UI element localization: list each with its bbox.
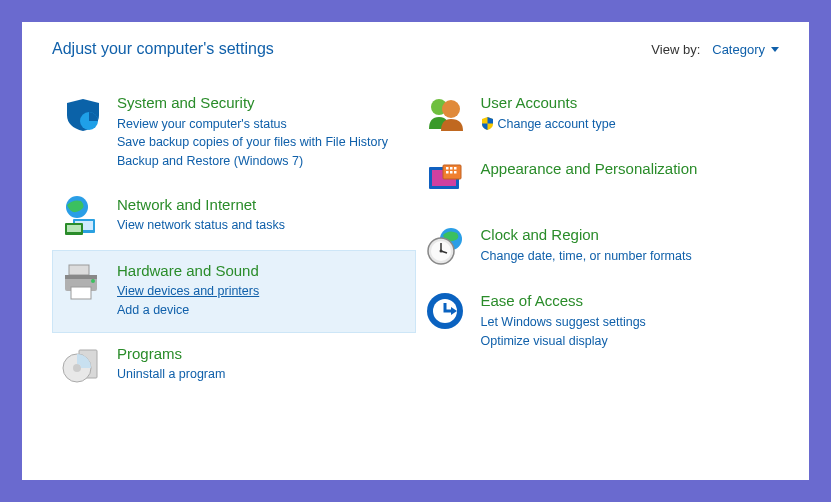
category-link[interactable]: View network status and tasks [117,216,285,235]
category-title[interactable]: Appearance and Personalization [481,159,698,179]
category-link[interactable]: Save backup copies of your files with Fi… [117,133,388,152]
category-appearance[interactable]: Appearance and Personalization [416,148,780,214]
categories-columns: System and Security Review your computer… [52,82,779,399]
category-ease-access[interactable]: Ease of Access Let Windows suggest setti… [416,280,780,363]
category-links: Review your computer's status Save backu… [117,115,388,171]
category-system-security[interactable]: System and Security Review your computer… [52,82,416,184]
category-body: System and Security Review your computer… [117,91,388,171]
svg-rect-8 [65,275,97,279]
category-link[interactable]: Optimize visual display [481,332,646,351]
globe-network-icon [59,193,103,237]
printer-icon [59,259,103,303]
control-panel-window: Adjust your computer's settings View by:… [22,22,809,480]
category-links: Uninstall a program [117,365,225,384]
disc-box-icon [59,342,103,386]
category-link[interactable]: Backup and Restore (Windows 7) [117,152,388,171]
view-by-control: View by: Category [651,42,779,57]
category-body: Clock and Region Change date, time, or n… [481,223,692,267]
category-hardware-sound[interactable]: Hardware and Sound View devices and prin… [52,250,416,333]
uac-shield-icon [481,117,494,136]
category-body: Programs Uninstall a program [117,342,225,386]
category-clock-region[interactable]: Clock and Region Change date, time, or n… [416,214,780,280]
right-column: User Accounts Change account type [416,82,780,399]
category-programs[interactable]: Programs Uninstall a program [52,333,416,399]
view-by-dropdown[interactable]: Category [712,42,779,57]
category-body: User Accounts Change account type [481,91,616,135]
category-link[interactable]: View devices and printers [117,282,259,301]
category-links: Change account type [481,115,616,136]
category-title[interactable]: Network and Internet [117,195,285,215]
category-title[interactable]: User Accounts [481,93,616,113]
svg-rect-6 [69,265,89,275]
category-links: View network status and tasks [117,216,285,235]
category-link[interactable]: Change account type [481,115,616,136]
svg-rect-10 [71,287,91,299]
svg-point-30 [439,250,442,253]
svg-rect-19 [446,167,449,170]
monitor-colors-icon [423,157,467,201]
svg-rect-24 [454,171,457,174]
category-links: Change date, time, or number formats [481,247,692,266]
category-link[interactable]: Let Windows suggest settings [481,313,646,332]
category-link[interactable]: Review your computer's status [117,115,388,134]
category-link[interactable]: Change date, time, or number formats [481,247,692,266]
category-body: Hardware and Sound View devices and prin… [117,259,259,320]
category-link-text: Change account type [498,117,616,131]
svg-point-13 [73,364,81,372]
category-title[interactable]: Programs [117,344,225,364]
category-title[interactable]: System and Security [117,93,388,113]
category-link[interactable]: Add a device [117,301,259,320]
shield-monitor-icon [59,91,103,135]
category-link[interactable]: Uninstall a program [117,365,225,384]
category-links: Let Windows suggest settings Optimize vi… [481,313,646,351]
users-icon [423,91,467,135]
category-body: Ease of Access Let Windows suggest setti… [481,289,646,350]
category-user-accounts[interactable]: User Accounts Change account type [416,82,780,148]
svg-rect-20 [450,167,453,170]
category-title[interactable]: Clock and Region [481,225,692,245]
category-body: Network and Internet View network status… [117,193,285,237]
left-column: System and Security Review your computer… [52,82,416,399]
svg-point-15 [442,100,460,118]
page-title: Adjust your computer's settings [52,40,274,58]
category-title[interactable]: Ease of Access [481,291,646,311]
clock-globe-icon [423,223,467,267]
category-title[interactable]: Hardware and Sound [117,261,259,281]
view-by-value: Category [712,42,765,57]
header: Adjust your computer's settings View by:… [52,40,779,58]
category-links: View devices and printers Add a device [117,282,259,320]
svg-rect-22 [446,171,449,174]
category-body: Appearance and Personalization [481,157,698,201]
svg-rect-5 [67,225,81,232]
view-by-label: View by: [651,42,700,57]
ease-access-icon [423,289,467,333]
svg-point-9 [91,279,95,283]
category-network-internet[interactable]: Network and Internet View network status… [52,184,416,250]
svg-rect-23 [450,171,453,174]
chevron-down-icon [771,47,779,52]
svg-rect-21 [454,167,457,170]
